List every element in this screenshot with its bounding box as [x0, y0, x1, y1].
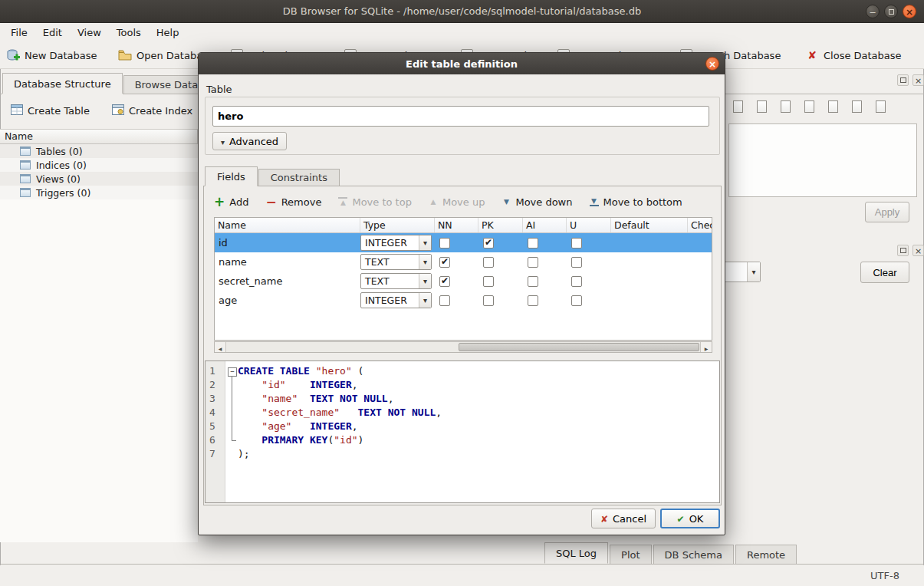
cancel-button[interactable]: Cancel [591, 509, 656, 528]
maximize-button[interactable] [884, 5, 898, 18]
action-button[interactable]: Move to bottom [590, 196, 682, 208]
bottom-tab[interactable]: DB Schema [653, 545, 734, 564]
column-header[interactable]: AI [523, 218, 567, 232]
column-header[interactable]: PK [478, 218, 523, 232]
u-checkbox[interactable] [571, 238, 582, 249]
u-checkbox[interactable] [571, 276, 582, 287]
dock-float-button[interactable] [897, 245, 909, 256]
dialog-titlebar[interactable]: Edit table definition [199, 53, 725, 74]
titlebar[interactable]: DB Browser for SQLite - /home/user/code/… [0, 0, 924, 23]
u-checkbox[interactable] [571, 257, 582, 268]
table-row[interactable]: id INTEGER [215, 233, 712, 252]
column-header[interactable]: Type [360, 218, 435, 232]
pk-checkbox[interactable] [483, 295, 494, 306]
dialog-close-button[interactable] [705, 57, 719, 71]
u-checkbox[interactable] [571, 295, 582, 306]
advanced-toggle-button[interactable]: Advanced [212, 132, 287, 150]
type-combobox[interactable]: TEXT [360, 273, 432, 289]
bottom-tab[interactable]: SQL Log [544, 542, 608, 564]
default-cell [611, 291, 688, 310]
bottom-tab[interactable]: Remote [735, 545, 797, 564]
dock-close-button[interactable] [912, 245, 924, 256]
action-button[interactable]: Move to top [338, 196, 411, 208]
apply-button[interactable]: Apply [865, 202, 909, 222]
cell-toolbar-icon[interactable] [728, 97, 747, 116]
cell-toolbar-icon[interactable] [871, 97, 889, 116]
type-combobox[interactable]: INTEGER [360, 292, 432, 308]
create-table-button[interactable]: Create Table [5, 100, 96, 120]
nn-checkbox[interactable] [439, 257, 450, 268]
column-header[interactable]: U [567, 218, 611, 232]
chevron-down-icon[interactable] [419, 255, 431, 269]
tree-item[interactable]: Tables (0) [0, 144, 198, 158]
sql-preview-editor[interactable]: 1CREATE TABLE "hero" (2 "id" INTEGER,3 "… [205, 360, 720, 503]
dialog-tab-label: Fields [217, 171, 245, 183]
cell-toolbar-icon[interactable] [752, 97, 771, 116]
tree-item[interactable]: Indices (0) [0, 158, 198, 172]
tree-item[interactable]: Views (0) [0, 172, 198, 186]
horizontal-scrollbar[interactable] [214, 341, 712, 353]
menu-item[interactable]: View [70, 25, 109, 41]
encoding-indicator[interactable]: UTF-8 [870, 570, 899, 581]
dock-float-button[interactable] [897, 74, 909, 86]
nn-checkbox[interactable] [439, 276, 450, 287]
type-combobox[interactable]: INTEGER [360, 235, 432, 251]
chevron-down-icon[interactable] [419, 293, 431, 308]
cell-toolbar-icon[interactable] [847, 97, 866, 116]
main-tab[interactable]: Browse Data [123, 75, 210, 94]
database-structure-tree: Name Tables (0) Indices (0) Views (0) Tr… [0, 129, 198, 542]
chevron-down-icon[interactable] [419, 274, 431, 288]
clear-button[interactable]: Clear [860, 262, 909, 283]
ai-checkbox[interactable] [528, 276, 538, 287]
chevron-down-icon[interactable] [747, 262, 760, 281]
action-button[interactable]: Move down [501, 196, 572, 208]
tree-header[interactable]: Name [0, 130, 198, 144]
menu-item[interactable]: Help [149, 25, 187, 41]
dialog-tab[interactable]: Constraints [258, 169, 340, 186]
scroll-left-button[interactable] [215, 342, 226, 352]
tree-item[interactable]: Triggers (0) [0, 186, 198, 199]
ai-checkbox[interactable] [528, 238, 538, 249]
chevron-down-icon [221, 136, 225, 147]
menu-item[interactable]: Tools [109, 25, 149, 41]
scrollbar-handle[interactable] [459, 343, 699, 351]
action-button[interactable]: Remove [265, 196, 321, 208]
cell-toolbar-icon[interactable] [776, 97, 794, 116]
toolbar-new-database[interactable]: New Database [6, 47, 97, 64]
create-index-button[interactable]: Create Index [106, 100, 199, 120]
ai-checkbox[interactable] [528, 295, 538, 306]
table-row[interactable]: secret_name TEXT [215, 272, 712, 291]
column-header[interactable]: Name [215, 218, 360, 232]
column-header[interactable]: Default [611, 218, 688, 232]
chevron-down-icon[interactable] [419, 235, 431, 250]
column-header[interactable]: Check [688, 218, 712, 232]
cell-toolbar-icon[interactable] [800, 97, 818, 116]
nn-checkbox[interactable] [439, 238, 450, 249]
main-tab[interactable]: Database Structure [2, 73, 123, 94]
column-header[interactable]: NN [435, 218, 478, 232]
pk-checkbox[interactable] [483, 257, 494, 268]
table-name-input[interactable] [212, 106, 709, 127]
bottom-tab[interactable]: Plot [610, 545, 652, 564]
ai-checkbox[interactable] [528, 257, 538, 268]
dialog-tab[interactable]: Fields [205, 166, 258, 186]
table-row[interactable]: name TEXT [215, 252, 712, 272]
dock-close-button[interactable] [912, 74, 924, 86]
toolbar-close-database[interactable]: Close Database [805, 47, 902, 64]
pk-checkbox[interactable] [483, 238, 494, 249]
action-button[interactable]: Add [214, 196, 248, 208]
menu-item[interactable]: File [3, 25, 35, 41]
menu-item[interactable]: Edit [35, 25, 70, 41]
action-button[interactable]: Move up [429, 196, 485, 208]
scroll-right-button[interactable] [700, 342, 712, 352]
nn-checkbox[interactable] [439, 295, 450, 306]
pk-checkbox[interactable] [483, 276, 494, 287]
minimize-button[interactable] [866, 5, 880, 18]
type-combobox[interactable]: TEXT [360, 254, 432, 270]
table-row[interactable]: age INTEGER [215, 291, 712, 310]
close-button[interactable] [903, 5, 916, 18]
fold-marker-icon[interactable] [225, 364, 238, 378]
cell-editor-textbox[interactable] [728, 123, 917, 197]
cell-toolbar-icon[interactable] [824, 97, 842, 116]
ok-button[interactable]: OK [660, 509, 720, 528]
